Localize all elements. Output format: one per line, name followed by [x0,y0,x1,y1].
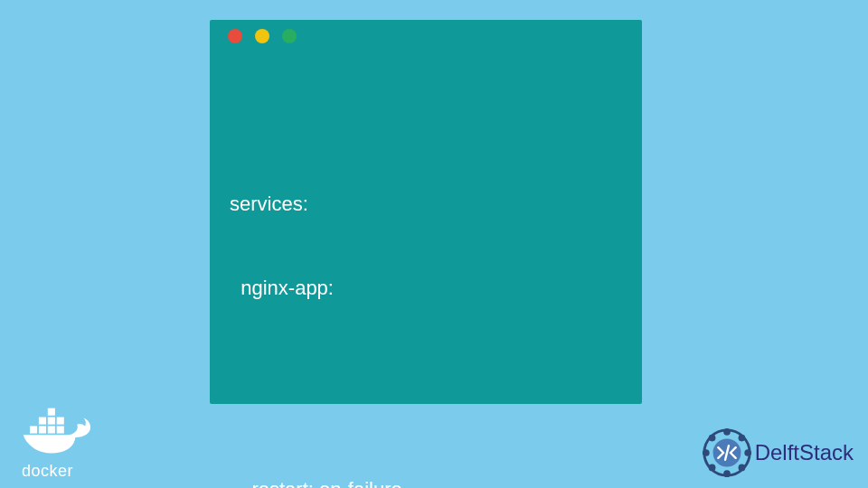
svg-point-14 [708,465,715,472]
svg-rect-3 [57,426,64,433]
delftstack-gear-icon [701,427,753,479]
close-icon[interactable] [228,29,242,43]
maximize-icon[interactable] [282,29,297,43]
docker-logo: docker [22,402,103,481]
delftstack-logo: DelftStack [701,427,854,479]
minimize-icon[interactable] [255,29,269,43]
svg-point-15 [703,449,710,456]
svg-rect-7 [48,408,55,416]
svg-rect-0 [30,426,37,433]
code-line: restart: on-failure [230,476,622,488]
svg-rect-6 [57,418,64,425]
code-line: nginx-app: [230,275,622,303]
svg-point-11 [744,449,751,456]
svg-point-13 [723,470,731,477]
svg-rect-5 [48,418,55,425]
svg-rect-1 [39,426,46,433]
svg-rect-4 [39,418,46,425]
svg-point-12 [738,465,745,472]
code-line: services: [230,191,622,219]
delftstack-label: DelftStack [755,440,854,465]
code-window: services: nginx-app: restart: on-failure… [210,20,642,404]
svg-point-16 [708,435,715,442]
docker-whale-icon [22,402,103,465]
window-titlebar [210,20,642,52]
svg-point-10 [738,435,745,442]
code-content: services: nginx-app: restart: on-failure… [210,52,642,488]
svg-point-9 [723,428,731,436]
svg-rect-2 [48,426,55,433]
